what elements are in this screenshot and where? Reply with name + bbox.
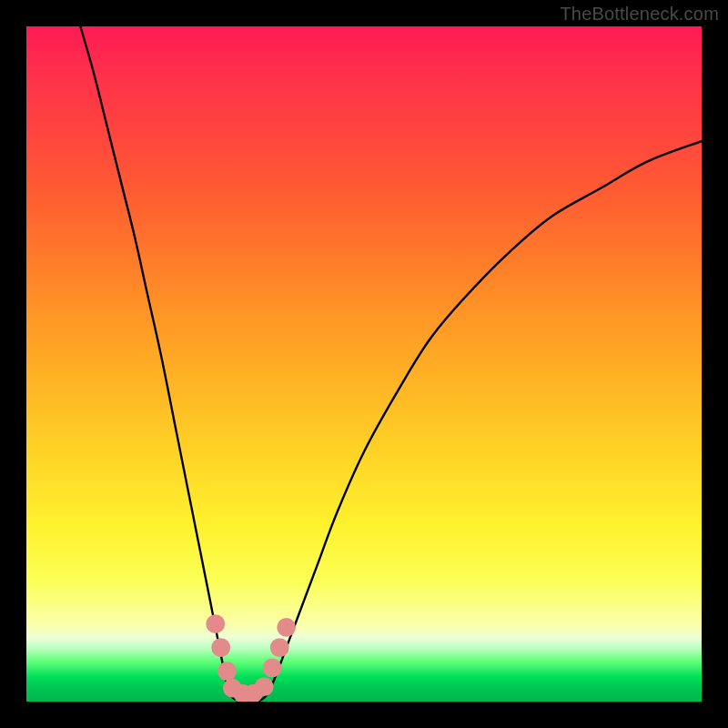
chart-frame: TheBottleneck.com [0, 0, 728, 728]
bottleneck-curve [80, 26, 702, 702]
marker-dot [206, 614, 225, 633]
marker-dot [270, 638, 289, 657]
marker-dot [217, 662, 237, 681]
curve-layer [26, 26, 702, 702]
watermark-text: TheBottleneck.com [560, 4, 719, 25]
marker-dot [255, 677, 274, 696]
marker-dot [263, 659, 282, 678]
marker-dot [211, 638, 230, 657]
plot-area [26, 26, 702, 702]
marker-dot [277, 618, 296, 637]
